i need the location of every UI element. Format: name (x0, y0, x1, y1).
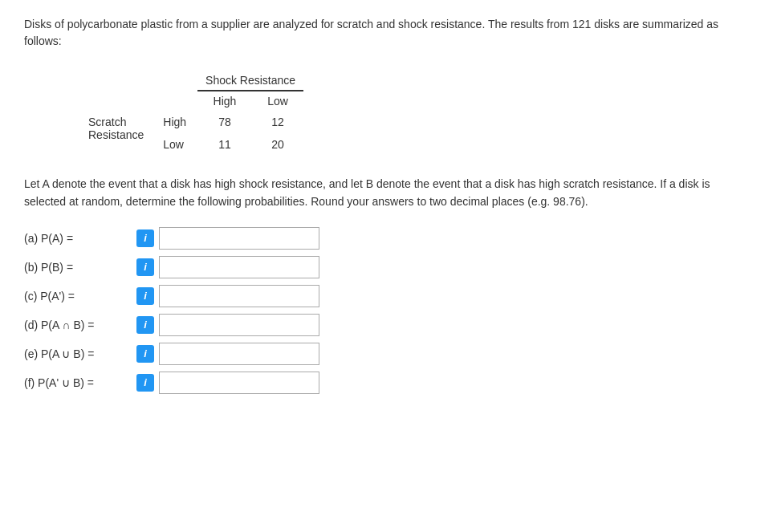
description-text: Let A denote the event that a disk has h… (24, 175, 753, 211)
info-button-pb[interactable]: i (136, 258, 154, 276)
problem-label-pb: (b) P(B) = (24, 261, 136, 274)
low-low-value: 20 (252, 133, 303, 156)
low-high-value: 11 (197, 133, 252, 156)
answer-input-paub[interactable] (159, 343, 319, 365)
low-row-label: Low (152, 133, 197, 156)
problem-row-pa: (a) P(A) = i (24, 227, 753, 250)
answer-input-pa[interactable] (159, 227, 319, 250)
intro-text: Disks of polycarbonate plastic from a su… (24, 16, 753, 50)
col-high-header: High (197, 91, 252, 111)
col-low-header: Low (252, 91, 303, 111)
problems-section: (a) P(A) = i(b) P(B) = i(c) P(A') = i(d)… (24, 227, 753, 394)
problem-label-paub: (e) P(A ∪ B) = (24, 347, 136, 360)
problem-label-panb: (d) P(A ∩ B) = (24, 319, 136, 331)
data-table-container: Shock Resistance High Low Scratch Resist… (88, 74, 753, 156)
problem-label-pacub: (f) P(A' ∪ B) = (24, 376, 136, 389)
problem-row-paub: (e) P(A ∪ B) = i (24, 343, 753, 365)
problem-label-pa: (a) P(A) = (24, 232, 136, 245)
scratch-label: Scratch Resistance (88, 111, 152, 156)
info-button-pac[interactable]: i (136, 287, 154, 305)
problem-row-panb: (d) P(A ∩ B) = i (24, 314, 753, 336)
high-row-label: High (152, 111, 197, 133)
problem-row-pac: (c) P(A') = i (24, 285, 753, 307)
problem-label-pac: (c) P(A') = (24, 290, 136, 303)
info-button-paub[interactable]: i (136, 345, 154, 363)
high-high-value: 78 (197, 111, 252, 133)
problem-row-pb: (b) P(B) = i (24, 256, 753, 278)
shock-resistance-header: Shock Resistance (197, 74, 303, 91)
answer-input-pb[interactable] (159, 256, 319, 278)
answer-input-pac[interactable] (159, 285, 319, 307)
problem-row-pacub: (f) P(A' ∪ B) = i (24, 372, 753, 394)
info-button-pa[interactable]: i (136, 229, 154, 247)
info-button-panb[interactable]: i (136, 316, 154, 334)
high-low-value: 12 (252, 111, 303, 133)
answer-input-pacub[interactable] (159, 372, 319, 394)
answer-input-panb[interactable] (159, 314, 319, 336)
info-button-pacub[interactable]: i (136, 374, 154, 392)
